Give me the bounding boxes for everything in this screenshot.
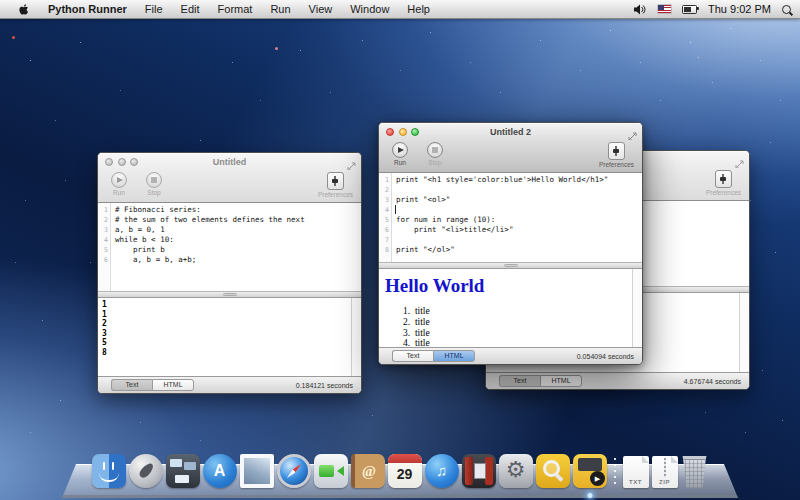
- menu-bar: Python Runner File Edit Format Run View …: [0, 0, 800, 19]
- traffic-lights: [105, 158, 138, 166]
- output-mode-tabs: Text HTML: [392, 350, 475, 362]
- itunes-icon[interactable]: [425, 454, 459, 488]
- tab-html[interactable]: HTML: [152, 379, 194, 391]
- menu-bar-status-area: Thu 9:02 PM: [634, 3, 791, 15]
- tab-html[interactable]: HTML: [540, 375, 582, 387]
- execution-time: 0.054094 seconds: [577, 353, 634, 360]
- dock-icons: 29 TXT ZIP: [62, 454, 738, 488]
- tab-text[interactable]: Text: [111, 379, 152, 391]
- mail-icon[interactable]: [240, 454, 274, 488]
- run-play-icon: [111, 172, 127, 188]
- statusbar-untitled: Text HTML 0.184121 seconds: [98, 376, 361, 393]
- scrollbar[interactable]: [739, 293, 749, 372]
- preferences-button[interactable]: Preferences: [599, 142, 634, 168]
- code-text: print "<h1 style='color:blue'>Hello Worl…: [392, 173, 642, 262]
- titlebar-untitled[interactable]: Untitled: [98, 153, 361, 170]
- traffic-lights: [386, 128, 419, 136]
- statusbar-right: Text HTML 4.676744 seconds: [486, 372, 749, 389]
- line-number-gutter: 1 2 3 4 5 6: [98, 203, 111, 291]
- splitter-handle[interactable]: [379, 262, 642, 269]
- output-pane-untitled: 1 1 2 3 5 8: [98, 298, 361, 376]
- menu-format[interactable]: Format: [209, 0, 262, 18]
- output-mode-tabs: Text HTML: [499, 375, 582, 387]
- menu-file[interactable]: File: [136, 0, 172, 18]
- preferences-button[interactable]: Preferences: [318, 172, 353, 198]
- output-mode-tabs: Text HTML: [111, 379, 194, 391]
- tab-html[interactable]: HTML: [433, 350, 475, 362]
- menu-bar-clock[interactable]: Thu 9:02 PM: [708, 3, 771, 15]
- code-editor-untitled[interactable]: 1 2 3 4 5 6 # Fibonacci series: # the su…: [98, 203, 361, 291]
- menu-edit[interactable]: Edit: [172, 0, 209, 18]
- address-book-icon[interactable]: [351, 454, 385, 488]
- tab-text[interactable]: Text: [499, 375, 540, 387]
- execution-time: 4.676744 seconds: [684, 378, 741, 385]
- txt-document-icon[interactable]: TXT: [623, 456, 649, 488]
- system-preferences-icon[interactable]: [499, 454, 533, 488]
- python-runner-icon[interactable]: [573, 454, 607, 488]
- photo-booth-icon[interactable]: [462, 454, 496, 488]
- volume-icon[interactable]: [634, 4, 647, 15]
- scrollbar[interactable]: [632, 269, 642, 347]
- splitter-dimple-icon: [223, 293, 237, 296]
- zoom-button[interactable]: [130, 158, 138, 166]
- preferences-icon: [715, 170, 732, 188]
- launchpad-icon[interactable]: [129, 454, 163, 488]
- toolbar-untitled-2: Run Stop Preferences: [379, 140, 642, 173]
- minimize-button[interactable]: [399, 128, 407, 136]
- mission-control-icon[interactable]: [166, 454, 200, 488]
- battery-icon[interactable]: [682, 5, 697, 14]
- close-button[interactable]: [386, 128, 394, 136]
- html-output-list: 1. title 2. title 3. title 4. title 5. t…: [403, 306, 642, 347]
- line-number-gutter: 1 2 3 4 5 6 7 8: [379, 173, 392, 262]
- safari-icon[interactable]: [277, 454, 311, 488]
- window-title: Untitled 2: [490, 127, 531, 137]
- execution-time: 0.184121 seconds: [296, 382, 353, 389]
- app-store-icon[interactable]: [203, 454, 237, 488]
- finder-icon[interactable]: [92, 454, 126, 488]
- close-button[interactable]: [105, 158, 113, 166]
- preferences-button[interactable]: Preferences: [706, 170, 741, 196]
- stop-button[interactable]: Stop: [422, 142, 448, 166]
- zip-archive-icon[interactable]: ZIP: [652, 456, 678, 488]
- dock: 29 TXT ZIP: [62, 444, 738, 500]
- preferences-icon: [608, 142, 625, 160]
- facetime-icon[interactable]: [314, 454, 348, 488]
- html-output-heading: Hello World: [385, 275, 642, 297]
- spotlight-icon[interactable]: [782, 5, 791, 14]
- menu-view[interactable]: View: [300, 0, 342, 18]
- dock-separator: [610, 456, 620, 488]
- apple-menu[interactable]: [9, 3, 39, 16]
- code-editor-untitled-2[interactable]: 1 2 3 4 5 6 7 8 print "<h1 style='color:…: [379, 173, 642, 262]
- input-source-flag-icon[interactable]: [658, 5, 671, 13]
- stop-square-icon: [146, 172, 162, 188]
- titlebar-untitled-2[interactable]: Untitled 2: [379, 123, 642, 140]
- output-pane-untitled-2: Hello World 1. title 2. title 3. title 4…: [379, 269, 642, 347]
- splitter-dimple-icon: [504, 264, 518, 267]
- run-button[interactable]: Run: [106, 172, 132, 196]
- text-cursor: [395, 205, 396, 214]
- scrollbar[interactable]: [351, 298, 361, 376]
- trash-icon[interactable]: [681, 456, 709, 488]
- code-text: # Fibonacci series: # the sum of two ele…: [111, 203, 361, 291]
- menu-help[interactable]: Help: [398, 0, 439, 18]
- tab-text[interactable]: Text: [392, 350, 433, 362]
- minimize-button[interactable]: [118, 158, 126, 166]
- toolbar-untitled: Run Stop Preferences: [98, 170, 361, 203]
- run-play-icon: [392, 142, 408, 158]
- stop-square-icon: [427, 142, 443, 158]
- splitter-handle[interactable]: [98, 291, 361, 298]
- window-untitled-2: Untitled 2 Run Stop Preferences 1 2 3 4 …: [378, 122, 643, 365]
- magnifier-utility-icon[interactable]: [536, 454, 570, 488]
- window-title: Untitled: [213, 157, 247, 167]
- text-output: 1 1 2 3 5 8: [98, 298, 361, 357]
- app-menu-title[interactable]: Python Runner: [39, 3, 136, 15]
- preferences-icon: [327, 172, 344, 190]
- desktop: Run Stop Preferences Text HTML 4.676744: [0, 0, 800, 500]
- menu-window[interactable]: Window: [341, 0, 398, 18]
- menu-run[interactable]: Run: [261, 0, 299, 18]
- calendar-icon[interactable]: 29: [388, 454, 422, 488]
- zoom-button[interactable]: [411, 128, 419, 136]
- stop-button[interactable]: Stop: [141, 172, 167, 196]
- statusbar-untitled-2: Text HTML 0.054094 seconds: [379, 347, 642, 364]
- run-button[interactable]: Run: [387, 142, 413, 166]
